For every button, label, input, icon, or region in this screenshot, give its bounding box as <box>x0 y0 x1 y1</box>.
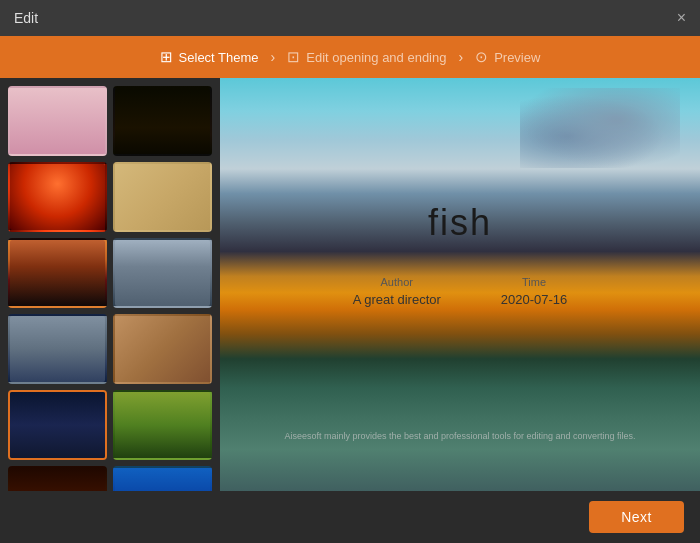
step-edit-label: Edit opening and ending <box>306 50 446 65</box>
theme-thumb-0[interactable] <box>8 86 107 156</box>
preview-panel: fish Author A great director Time 2020-0… <box>220 78 700 491</box>
preview-footer: Aiseesoft mainly provides the best and p… <box>284 431 635 441</box>
theme-thumb-10[interactable]: ⬇ <box>8 466 107 491</box>
theme-thumb-7[interactable] <box>113 314 212 384</box>
author-label: Author <box>353 276 441 288</box>
meta-author: Author A great director <box>353 276 441 307</box>
step-preview[interactable]: ⊙ Preview <box>475 48 540 66</box>
preview-icon: ⊙ <box>475 48 488 66</box>
main-content: ⬇ ⬇ fish Author A great director Time 20… <box>0 78 700 491</box>
step-arrow-2: › <box>458 49 463 65</box>
close-button[interactable]: × <box>677 10 686 26</box>
preview-title: fish <box>428 202 492 244</box>
time-label: Time <box>501 276 568 288</box>
theme-thumbnail-panel: ⬇ ⬇ <box>0 78 220 491</box>
theme-thumb-5[interactable] <box>113 238 212 308</box>
author-value: A great director <box>353 292 441 307</box>
theme-thumb-1[interactable] <box>113 86 212 156</box>
edit-icon: ⊡ <box>287 48 300 66</box>
step-bar: ⊞ Select Theme › ⊡ Edit opening and endi… <box>0 36 700 78</box>
step-theme-label: Select Theme <box>179 50 259 65</box>
step-select-theme[interactable]: ⊞ Select Theme <box>160 48 259 66</box>
meta-time: Time 2020-07-16 <box>501 276 568 307</box>
preview-cloud <box>520 88 680 168</box>
time-value: 2020-07-16 <box>501 292 568 307</box>
next-button[interactable]: Next <box>589 501 684 533</box>
theme-icon: ⊞ <box>160 48 173 66</box>
step-preview-label: Preview <box>494 50 540 65</box>
theme-thumb-3[interactable] <box>113 162 212 232</box>
preview-meta: Author A great director Time 2020-07-16 <box>353 276 568 307</box>
theme-thumb-4[interactable] <box>8 238 107 308</box>
step-arrow-1: › <box>271 49 276 65</box>
theme-thumb-11[interactable]: ⬇ <box>113 466 212 491</box>
theme-thumb-6[interactable] <box>8 314 107 384</box>
theme-thumb-8[interactable] <box>8 390 107 460</box>
bottom-bar: Next <box>0 491 700 543</box>
dialog-title: Edit <box>14 10 38 26</box>
title-bar: Edit × <box>0 0 700 36</box>
theme-thumb-2[interactable] <box>8 162 107 232</box>
theme-thumb-9[interactable] <box>113 390 212 460</box>
step-edit-opening[interactable]: ⊡ Edit opening and ending <box>287 48 446 66</box>
